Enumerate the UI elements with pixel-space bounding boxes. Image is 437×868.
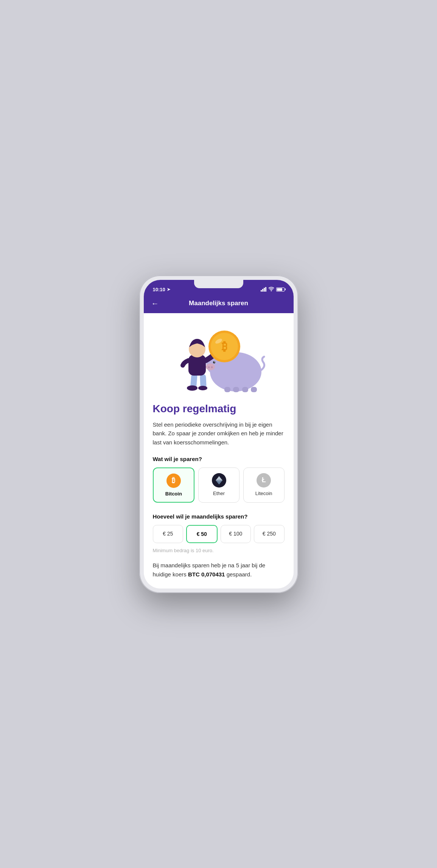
svg-point-17 (198, 386, 207, 390)
page-heading: Koop regelmatig (153, 402, 285, 415)
svg-point-5 (208, 366, 210, 368)
scrollable-content[interactable]: ₿ Koop regelmatig Stel een periodieke ov… (144, 313, 294, 589)
svg-rect-10 (224, 387, 230, 392)
amount-selector: € 25 € 50 € 100 € 250 (153, 525, 285, 543)
page-description: Stel een periodieke overschrijving in bi… (153, 420, 285, 447)
svg-point-7 (213, 361, 215, 363)
savings-info-suffix: gespaard. (225, 571, 252, 578)
back-button[interactable]: ← (151, 299, 159, 308)
nav-bar: ← Maandelijks sparen (144, 295, 294, 313)
svg-text:₿: ₿ (221, 340, 227, 352)
amount-btn-50[interactable]: € 50 (186, 525, 218, 543)
svg-point-6 (211, 366, 213, 368)
phone-screen: 10:10 ➤ (144, 280, 294, 589)
wifi-icon (268, 287, 274, 292)
status-right (261, 287, 285, 292)
svg-rect-12 (242, 387, 248, 392)
phone-notch (194, 280, 243, 288)
ether-icon (212, 473, 226, 488)
location-icon: ➤ (167, 287, 170, 292)
crypto-card-ether[interactable]: Ether (198, 467, 239, 503)
hero-illustration: ₿ (144, 313, 294, 396)
litecoin-icon: Ł (257, 473, 271, 488)
svg-rect-13 (251, 387, 257, 392)
hero-svg: ₿ (170, 325, 268, 393)
amount-btn-100[interactable]: € 100 (221, 525, 251, 543)
crypto-section-label: Wat wil je sparen? (153, 456, 285, 462)
status-left: 10:10 ➤ (153, 287, 170, 292)
crypto-card-litecoin[interactable]: Ł Litecoin (243, 467, 285, 503)
savings-info: Bij maandelijks sparen heb je na 5 jaar … (153, 561, 285, 579)
page-title: Maandelijks sparen (163, 300, 274, 307)
crypto-card-bitcoin[interactable]: ₿ Bitcoin (153, 467, 195, 503)
amount-section-label: Hoeveel wil je maandelijks sparen? (153, 513, 285, 520)
main-content: Koop regelmatig Stel een periodieke over… (144, 396, 294, 589)
amount-btn-25[interactable]: € 25 (153, 525, 184, 543)
svg-point-8 (214, 362, 215, 362)
svg-point-16 (187, 385, 198, 391)
phone-frame: 10:10 ➤ (139, 275, 298, 593)
battery-icon (276, 287, 285, 292)
bitcoin-icon: ₿ (166, 474, 181, 488)
svg-rect-18 (188, 355, 206, 376)
svg-rect-11 (233, 387, 239, 392)
time-display: 10:10 (153, 287, 165, 292)
amount-btn-250[interactable]: € 250 (254, 525, 285, 543)
savings-amount: BTC 0,070431 (188, 571, 225, 578)
bitcoin-label: Bitcoin (165, 491, 182, 497)
crypto-selector: ₿ Bitcoin Ether (153, 467, 285, 503)
ether-label: Ether (213, 491, 225, 496)
signal-icon (261, 287, 266, 292)
svg-point-4 (206, 363, 215, 370)
minimum-note: Minimum bedrag is 10 euro. (153, 548, 285, 553)
litecoin-label: Litecoin (255, 491, 272, 496)
